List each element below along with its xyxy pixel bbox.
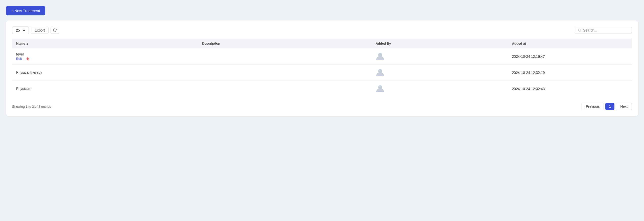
svg-line-1 bbox=[581, 31, 581, 32]
next-button[interactable]: Next bbox=[616, 103, 632, 110]
table-row: fever Edit 🗑 2024-10-24 12:16:47 bbox=[12, 48, 632, 65]
cell-added-at-1: 2024-10-24 12:16:47 bbox=[508, 48, 632, 65]
new-treatment-button[interactable]: + New Treatment bbox=[6, 6, 45, 15]
cell-name: fever Edit 🗑 bbox=[12, 48, 198, 65]
treatments-table: Name ▲ Description Added By Added at fev… bbox=[12, 39, 632, 97]
col-added-by: Added By bbox=[372, 39, 508, 48]
col-name-label: Name bbox=[16, 42, 25, 45]
row-name-label: Physical therapy bbox=[16, 70, 194, 74]
cell-description-1 bbox=[198, 48, 372, 65]
table-footer: Showing 1 to 3 of 3 entries Previous 1 N… bbox=[12, 103, 632, 110]
pagination: Previous 1 Next bbox=[582, 103, 632, 110]
row-name-label: fever bbox=[16, 52, 194, 56]
row-name-label: Physician bbox=[16, 87, 194, 91]
delete-icon[interactable]: 🗑 bbox=[26, 57, 30, 61]
per-page-selector[interactable]: 25 50 100 bbox=[12, 26, 29, 34]
cell-added-by-2 bbox=[372, 65, 508, 81]
avatar bbox=[376, 68, 385, 77]
avatar bbox=[376, 84, 385, 93]
col-name: Name ▲ bbox=[12, 39, 198, 48]
per-page-select-input[interactable]: 25 50 100 bbox=[15, 28, 26, 33]
avatar bbox=[376, 51, 385, 61]
previous-button[interactable]: Previous bbox=[582, 103, 604, 110]
table-row: Physician 2024-10-24 12:32:43 bbox=[12, 81, 632, 97]
export-button[interactable]: Export bbox=[31, 27, 49, 34]
showing-text: Showing 1 to 3 of 3 entries bbox=[12, 105, 51, 108]
refresh-icon bbox=[53, 28, 57, 32]
search-icon bbox=[578, 29, 582, 32]
cell-added-by-1 bbox=[372, 48, 508, 65]
cell-description-2 bbox=[198, 65, 372, 81]
main-card: 25 50 100 Export bbox=[6, 20, 638, 116]
toolbar: 25 50 100 Export bbox=[12, 26, 632, 34]
col-description: Description bbox=[198, 39, 372, 48]
col-added-at: Added at bbox=[508, 39, 632, 48]
cell-name-2: Physical therapy bbox=[12, 65, 198, 81]
timestamp: 2024-10-24 12:32:43 bbox=[512, 87, 545, 91]
cell-added-by-3 bbox=[372, 81, 508, 97]
timestamp: 2024-10-24 12:32:19 bbox=[512, 71, 545, 75]
refresh-button[interactable] bbox=[51, 27, 59, 34]
search-input[interactable] bbox=[583, 28, 629, 32]
sort-icon[interactable]: ▲ bbox=[26, 42, 29, 45]
table-header-row: Name ▲ Description Added By Added at bbox=[12, 39, 632, 48]
cell-added-at-2: 2024-10-24 12:32:19 bbox=[508, 65, 632, 81]
page-1-button[interactable]: 1 bbox=[605, 103, 614, 110]
row-actions: Edit 🗑 bbox=[16, 57, 194, 61]
cell-description-3 bbox=[198, 81, 372, 97]
cell-added-at-3: 2024-10-24 12:32:43 bbox=[508, 81, 632, 97]
table-row: Physical therapy 2024-10-24 12:32:19 bbox=[12, 65, 632, 81]
timestamp: 2024-10-24 12:16:47 bbox=[512, 54, 545, 59]
edit-link[interactable]: Edit bbox=[16, 57, 22, 61]
cell-name-3: Physician bbox=[12, 81, 198, 97]
action-divider bbox=[24, 57, 24, 61]
toolbar-left: 25 50 100 Export bbox=[12, 26, 59, 34]
search-box bbox=[575, 27, 632, 34]
